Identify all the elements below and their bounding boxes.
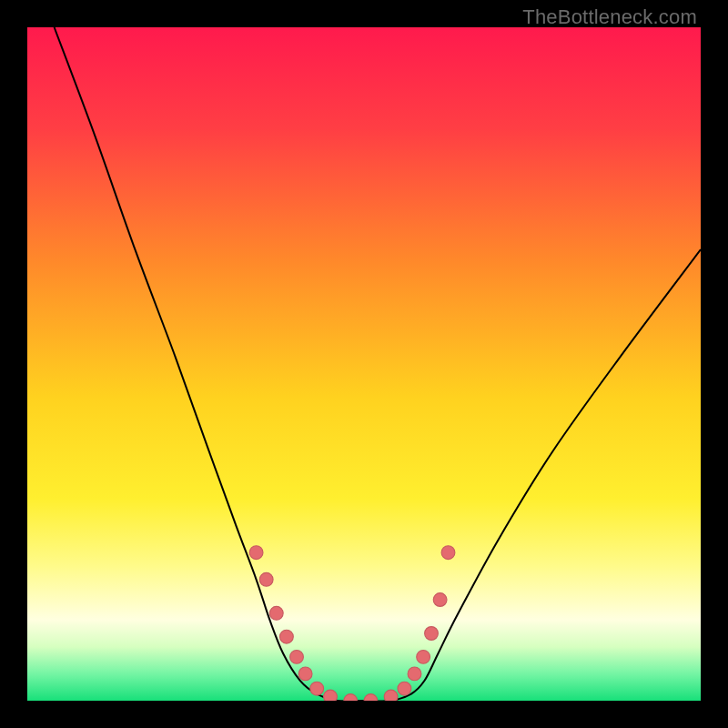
highlight-dot: [344, 694, 358, 701]
highlight-dot: [433, 593, 447, 607]
highlight-dot: [280, 630, 294, 643]
highlight-dot: [259, 572, 273, 586]
highlight-dot: [398, 682, 411, 695]
highlight-dot: [249, 546, 263, 560]
bottleneck-curve: [55, 27, 701, 701]
marker-group: [249, 546, 455, 701]
highlight-dot: [425, 627, 439, 641]
highlight-dot: [441, 546, 455, 560]
highlight-dot: [290, 651, 304, 664]
highlight-dot: [364, 694, 378, 701]
highlight-dot: [324, 690, 338, 701]
highlight-dot: [298, 667, 312, 681]
plot-area: [27, 27, 701, 701]
highlight-dot: [408, 667, 421, 681]
highlight-dot: [384, 690, 398, 701]
highlight-dot: [310, 682, 324, 695]
chart-stage: TheBottleneck.com: [0, 0, 728, 728]
highlight-dot: [417, 651, 430, 664]
chart-svg: [27, 27, 701, 701]
watermark-label: TheBottleneck.com: [522, 5, 697, 29]
highlight-dot: [269, 606, 283, 620]
